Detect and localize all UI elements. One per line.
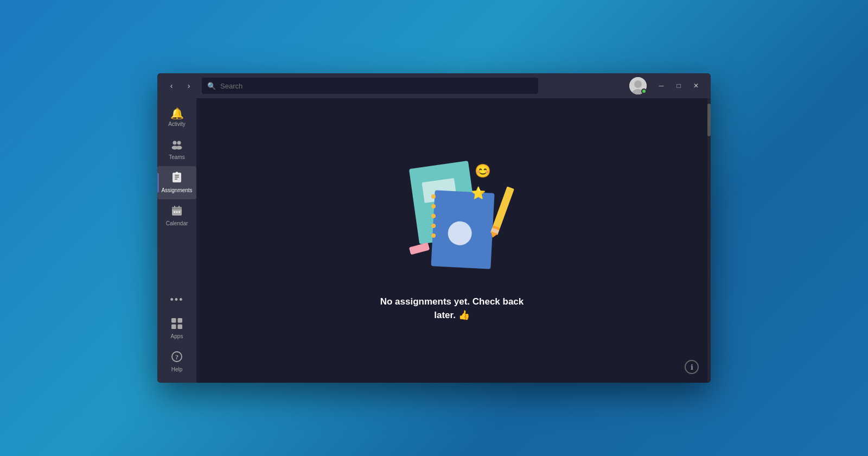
teams-icon <box>171 138 183 152</box>
empty-message: No assignments yet. Check back later. 👍 <box>371 295 533 322</box>
scrollbar-thumb[interactable] <box>707 104 711 136</box>
info-button[interactable]: ℹ <box>685 360 699 374</box>
svg-point-1 <box>634 80 642 88</box>
apps-icon <box>171 318 183 331</box>
svg-point-4 <box>177 141 181 145</box>
avatar-wrap <box>629 77 647 94</box>
scrollbar-track[interactable] <box>707 98 711 383</box>
dot-5 <box>431 233 436 238</box>
sidebar-label-calendar: Calendar <box>166 220 188 227</box>
svg-rect-9 <box>175 177 179 178</box>
sidebar-item-teams[interactable]: Teams <box>157 133 196 166</box>
app-body: 🔔 Activity Teams <box>157 98 711 383</box>
svg-rect-16 <box>174 211 175 213</box>
minimize-button[interactable]: ─ <box>653 78 669 94</box>
search-icon: 🔍 <box>207 82 216 90</box>
svg-rect-20 <box>178 318 183 323</box>
sidebar-label-assignments: Assignments <box>161 187 192 194</box>
titlebar: ‹ › 🔍 ─ □ ✕ <box>157 73 711 98</box>
dot-4 <box>431 224 436 228</box>
book-blue <box>431 190 494 269</box>
sidebar-item-calendar[interactable]: Calendar <box>157 199 196 232</box>
close-button[interactable]: ✕ <box>688 78 704 94</box>
dot-3 <box>431 214 436 218</box>
main-content: 😊 ⭐ No assignments yet. Check back later… <box>196 98 707 383</box>
book-dots <box>431 194 436 238</box>
eraser <box>409 242 430 255</box>
nav-buttons: ‹ › <box>164 78 196 93</box>
app-window: ‹ › 🔍 ─ □ ✕ <box>157 73 711 383</box>
activity-icon: 🔔 <box>170 108 184 119</box>
svg-text:?: ? <box>175 353 178 361</box>
maximize-button[interactable]: □ <box>671 78 687 94</box>
svg-rect-22 <box>178 325 183 330</box>
svg-rect-13 <box>172 207 182 210</box>
svg-rect-10 <box>175 179 177 180</box>
svg-rect-21 <box>171 325 176 330</box>
dot-1 <box>431 194 436 199</box>
back-button[interactable]: ‹ <box>164 78 179 93</box>
empty-state: 😊 ⭐ No assignments yet. Check back later… <box>371 159 533 322</box>
more-button[interactable]: ••• <box>170 288 184 312</box>
sidebar-label-help: Help <box>171 366 183 373</box>
help-icon: ? <box>171 351 183 364</box>
illustration: 😊 ⭐ <box>392 159 512 278</box>
star-emoji: ⭐ <box>471 186 486 200</box>
sidebar-item-assignments[interactable]: Assignments <box>157 166 196 199</box>
online-status-indicator <box>641 88 647 94</box>
sidebar-label-teams: Teams <box>169 154 184 161</box>
search-bar: 🔍 <box>202 78 538 94</box>
search-input[interactable] <box>220 82 533 90</box>
svg-point-6 <box>176 146 182 150</box>
svg-rect-8 <box>175 175 179 176</box>
svg-rect-17 <box>176 211 178 213</box>
calendar-icon <box>171 205 183 218</box>
sidebar-item-help[interactable]: ? Help <box>157 345 196 378</box>
sidebar-label-apps: Apps <box>171 333 183 340</box>
svg-rect-15 <box>178 206 180 208</box>
sidebar-item-activity[interactable]: 🔔 Activity <box>157 103 196 133</box>
assignments-icon <box>171 172 183 185</box>
sidebar-item-apps[interactable]: Apps <box>157 312 196 345</box>
smile-emoji: 😊 <box>475 163 491 179</box>
svg-rect-18 <box>178 211 180 213</box>
svg-point-3 <box>173 141 177 145</box>
dot-2 <box>431 204 436 208</box>
svg-rect-14 <box>174 206 175 208</box>
svg-rect-11 <box>176 172 178 174</box>
titlebar-right: ─ □ ✕ <box>629 77 704 94</box>
svg-rect-19 <box>171 318 176 323</box>
forward-button[interactable]: › <box>181 78 196 93</box>
sidebar: 🔔 Activity Teams <box>157 98 196 383</box>
pencil <box>490 186 514 235</box>
sidebar-label-activity: Activity <box>168 121 186 128</box>
